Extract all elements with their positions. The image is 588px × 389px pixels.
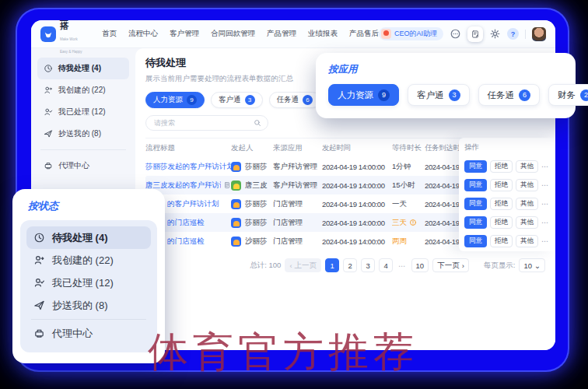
more-circle-icon[interactable]	[450, 28, 461, 40]
clock-icon	[44, 64, 53, 73]
initiator-avatar	[231, 199, 241, 209]
logo-latin: YIDA	[72, 20, 85, 21]
document-icon[interactable]	[223, 181, 231, 189]
process-title-link[interactable]: 莎丽莎发起的客户拜访计划	[145, 162, 231, 172]
by-app-button-hr[interactable]: 人力资源 9	[328, 84, 399, 106]
more-actions-icon[interactable]: ⋯	[541, 237, 548, 245]
other-button[interactable]: 其他	[516, 160, 538, 173]
count-badge: 6	[519, 89, 530, 101]
status-item-created[interactable]: 我创建的 (22)	[26, 249, 151, 272]
approve-button[interactable]: 同意	[464, 179, 487, 191]
page-button-4[interactable]: 4	[379, 258, 393, 272]
source-app: 门店管理	[273, 199, 322, 209]
nav-item-performance-report[interactable]: 业绩报表	[308, 29, 338, 39]
sidebar-item-pending[interactable]: 待我处理 (4)	[37, 58, 129, 79]
next-page-button[interactable]: 下一页›	[432, 258, 469, 272]
status-item-processed[interactable]: 我已处理 (12)	[26, 272, 151, 294]
start-time: 2024-04-19 14:00:00	[322, 200, 392, 209]
per-page-select[interactable]: 10⌄	[519, 258, 545, 272]
approve-button[interactable]: 同意	[464, 198, 487, 210]
sidebar-item-created[interactable]: 我创建的 (22)	[37, 79, 129, 101]
reject-button[interactable]: 拒绝	[490, 235, 513, 247]
other-button[interactable]: 其他	[516, 216, 538, 229]
reject-button[interactable]: 拒绝	[490, 198, 513, 210]
search-box	[145, 115, 268, 131]
top-nav: 宜搭 YIDA Make Work Easy & Happy 首页 流程中心 客…	[31, 20, 555, 48]
more-actions-icon[interactable]: ⋯	[541, 200, 548, 208]
other-button[interactable]: 其他	[516, 179, 538, 191]
search-icon[interactable]	[254, 119, 261, 127]
tab-hr[interactable]: 人力资源 9	[145, 92, 205, 108]
notes-button[interactable]	[467, 26, 483, 42]
by-app-button-task[interactable]: 任务通 6	[478, 84, 541, 106]
source-app: 门店管理	[273, 237, 322, 247]
initiator-name: 唐三皮	[245, 180, 268, 191]
nav-item-after-sales[interactable]: 产品售后	[349, 29, 379, 39]
nav-item-product-mgmt[interactable]: 产品管理	[267, 29, 296, 39]
task-table: 流程标题 发起人 来源应用 发起时间 等待时长 任务到达时间 莎丽莎发起的客户拜…	[145, 138, 545, 251]
sidebar-item-cc[interactable]: 抄送我的 (8)	[37, 123, 129, 145]
per-page-control: 每页显示: 10⌄	[484, 258, 545, 272]
page-button-10[interactable]: 10	[411, 258, 429, 272]
sidebar-item-agent-center[interactable]: 代理中心	[37, 155, 129, 177]
approve-button[interactable]: 同意	[464, 216, 487, 229]
page-button-2[interactable]: 2	[343, 258, 357, 272]
sidebar-item-processed[interactable]: 我已处理 (12)	[37, 101, 129, 123]
by-app-panel: 按应用 人力资源 9 客户通 3 任务通 6 财务 2	[316, 53, 576, 118]
sidebar-divider	[40, 149, 126, 150]
count-badge: 2	[580, 89, 588, 101]
initiator-avatar	[231, 162, 241, 172]
reject-button[interactable]: 拒绝	[490, 216, 513, 229]
by-app-button-customer[interactable]: 客户通 3	[408, 84, 470, 106]
start-time: 2024-04-19 14:00:00	[322, 237, 392, 246]
search-input[interactable]	[152, 118, 254, 128]
by-app-button-finance[interactable]: 财务 2	[548, 84, 588, 106]
wait-duration: 15小时	[392, 180, 425, 191]
status-item-agent-center[interactable]: 代理中心	[26, 322, 151, 345]
user-avatar[interactable]	[532, 27, 546, 41]
tab-task[interactable]: 任务通 6	[269, 92, 321, 108]
nav-menu: 首页 流程中心 客户管理 合同回款管理 产品管理 业绩报表 产品售后	[102, 29, 379, 39]
warning-icon	[409, 219, 417, 226]
ai-assistant-label: CEO的AI助理	[394, 29, 437, 39]
count-badge: 9	[378, 89, 390, 101]
ai-assistant-chip[interactable]: CEO的AI助理	[379, 27, 443, 40]
page-button-1[interactable]: 1	[325, 258, 339, 272]
gear-icon[interactable]	[489, 28, 501, 40]
by-app-title: 按应用	[328, 63, 563, 76]
count-badge: 3	[449, 89, 460, 101]
help-icon[interactable]: ?	[507, 28, 519, 40]
approve-button[interactable]: 同意	[464, 160, 487, 173]
initiator-avatar	[231, 237, 241, 247]
reject-button[interactable]: 拒绝	[490, 160, 513, 173]
actions-row: 同意 拒绝 其他 ⋯	[464, 213, 555, 232]
more-actions-icon[interactable]: ⋯	[541, 219, 548, 226]
clock-icon	[33, 232, 45, 244]
sidebar-item-label: 我已处理 (12)	[58, 107, 106, 117]
reject-button[interactable]: 拒绝	[490, 179, 513, 191]
process-title-link[interactable]: 唐三皮发起的客户拜访计划	[145, 180, 221, 191]
user-check-icon	[33, 277, 45, 289]
page-button-3[interactable]: 3	[361, 258, 375, 272]
initiator-name: 莎丽莎	[245, 218, 268, 228]
more-actions-icon[interactable]: ⋯	[541, 181, 548, 189]
approve-button[interactable]: 同意	[464, 235, 487, 247]
nav-item-process-center[interactable]: 流程中心	[128, 29, 158, 39]
nav-item-contract-mgmt[interactable]: 合同回款管理	[211, 29, 255, 39]
start-time: 2024-04-19 14:00:00	[322, 219, 392, 227]
prev-page-button[interactable]: ‹上一页	[285, 258, 321, 272]
sidebar-item-label: 待我处理 (4)	[58, 63, 101, 74]
page-ellipsis: ⋯	[397, 261, 408, 270]
status-item-cc[interactable]: 抄送我的 (8)	[26, 294, 151, 317]
by-app-buttons: 人力资源 9 客户通 3 任务通 6 财务 2	[328, 84, 563, 106]
count-badge: 6	[303, 95, 313, 105]
more-actions-icon[interactable]: ⋯	[541, 163, 548, 170]
status-item-pending[interactable]: 待我处理 (4)	[26, 226, 151, 249]
nav-item-home[interactable]: 首页	[102, 29, 117, 39]
yida-logo-icon	[40, 26, 56, 42]
chevron-down-icon: ⌄	[534, 261, 541, 270]
tab-customer[interactable]: 客户通 3	[211, 92, 263, 108]
other-button[interactable]: 其他	[516, 235, 538, 247]
nav-item-customer-mgmt[interactable]: 客户管理	[170, 29, 199, 39]
other-button[interactable]: 其他	[516, 198, 538, 210]
